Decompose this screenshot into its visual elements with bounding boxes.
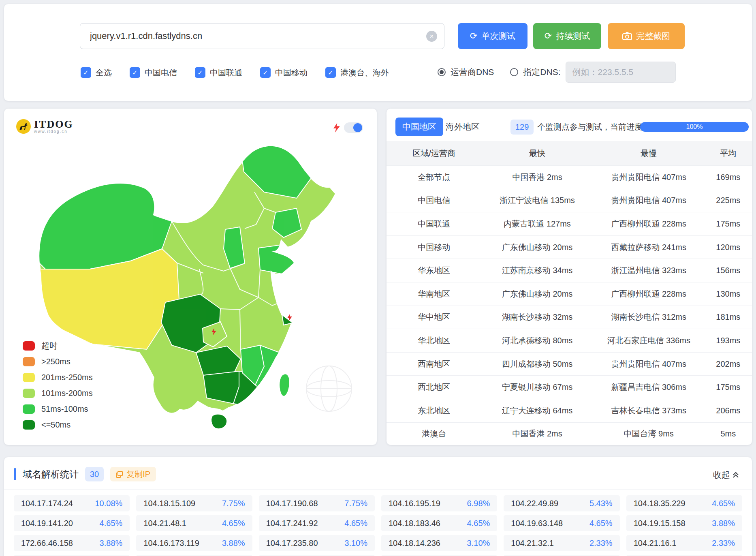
checkbox-hmt-overseas[interactable]: ✓ 港澳台、海外: [325, 67, 389, 78]
table-header: 区域/运营商 最快 最慢 平均: [387, 141, 752, 165]
url-input[interactable]: [80, 23, 444, 49]
dns-stats-card: 域名解析统计 30 复制IP 收起 104.17.174.2410.08% 10…: [4, 457, 752, 556]
carrier-dns-label: 运营商DNS: [451, 66, 494, 78]
legend-item: 101ms-200ms: [23, 385, 93, 401]
copy-icon: [116, 471, 123, 478]
ip-count-badge: 30: [85, 467, 104, 481]
legend-item: 201ms-250ms: [23, 370, 93, 385]
ip-stat-cell: 104.21.48.14.65%: [136, 515, 252, 531]
latency-table: 区域/运营商 最快 最慢 平均 全部节点中国香港 2ms 贵州贵阳电信 407m…: [387, 141, 752, 445]
ip-stat-cell: 104.17.190.687.75%: [259, 495, 375, 511]
legend-item: 51ms-100ms: [23, 401, 93, 417]
table-row: 东北地区辽宁大连移动 64ms 吉林长春电信 373ms206ms: [387, 399, 752, 422]
double-chevron-up-icon: [733, 471, 739, 479]
custom-dns-input[interactable]: [566, 62, 676, 83]
checkbox-select-all[interactable]: ✓ 全选: [81, 67, 112, 78]
progress-bar: 100%: [640, 122, 749, 132]
collapse-button[interactable]: 收起: [713, 469, 739, 481]
ip-stat-cell: 104.18.183.464.65%: [381, 515, 497, 531]
table-row: 西南地区四川成都移动 50ms 贵州贵阳电信 407ms202ms: [387, 352, 752, 376]
continuous-test-button[interactable]: ⟳ 持续测试: [533, 23, 601, 49]
table-row: 华南地区广东佛山移动 20ms 广西柳州联通 228ms130ms: [387, 282, 752, 306]
full-screenshot-button[interactable]: 完整截图: [608, 23, 685, 49]
hainan-region: [211, 414, 227, 429]
ip-stat-cell: 104.19.15.1583.88%: [626, 515, 742, 531]
ip-stat-cell: 104.18.15.1097.75%: [136, 495, 252, 511]
legend-swatch: [23, 389, 35, 398]
checkbox-icon: ✓: [195, 67, 205, 78]
ip-stat-cell: 104.16.195.196.98%: [381, 495, 497, 511]
toolbar-card: × ⟳ 单次测试 ⟳ 持续测试 完整截图 ✓ 全选 ✓ 中国电信 ✓ 中国联通 …: [4, 4, 752, 101]
ip-stat-cell: 104.18.35.2294.65%: [626, 495, 742, 511]
tab-overseas-region[interactable]: 海外地区: [443, 118, 482, 136]
table-row: 华东地区江苏南京移动 34ms 浙江温州电信 323ms156ms: [387, 259, 752, 282]
title-accent-bar: [14, 468, 16, 480]
refresh-icon: ⟳: [470, 32, 477, 41]
legend-item: 超时: [23, 338, 93, 354]
single-test-button[interactable]: ⟳ 单次测试: [458, 23, 527, 49]
checkbox-icon: ✓: [81, 67, 91, 78]
taiwan-region: [279, 374, 290, 396]
legend-item: <=50ms: [23, 417, 93, 433]
ip-stat-cell: 104.19.63.1484.65%: [504, 515, 619, 531]
divider: [4, 490, 752, 490]
ip-stat-cell: 104.22.49.895.43%: [504, 495, 619, 511]
ip-stat-cell: 104.21.32.12.33%: [504, 535, 619, 551]
legend-swatch: [23, 373, 35, 382]
table-row: 中国电信浙江宁波电信 135ms 贵州贵阳电信 407ms225ms: [387, 189, 752, 212]
legend-swatch: [23, 357, 35, 366]
globe-watermark-icon: [306, 366, 352, 411]
table-row: 华北地区河北承德移动 80ms 河北石家庄电信 336ms193ms: [387, 329, 752, 352]
dns-stats-title: 域名解析统计: [23, 468, 79, 481]
isp-checkbox-row: ✓ 全选 ✓ 中国电信 ✓ 中国联通 ✓ 中国移动 ✓ 港澳台、海外: [81, 66, 389, 79]
ip-stat-cell: 104.17.241.924.65%: [259, 515, 375, 531]
tab-china-region[interactable]: 中国地区: [395, 118, 443, 136]
refresh-icon: ⟳: [545, 32, 552, 41]
dns-stats-header: 域名解析统计 30 复制IP: [14, 465, 156, 483]
ip-stat-cell: 104.18.14.2363.10%: [381, 535, 497, 551]
ip-stat-cell: 104.21.16.12.33%: [626, 535, 742, 551]
custom-dns-label: 指定DNS:: [523, 66, 560, 78]
table-row: 港澳台中国香港 2ms 中国台湾 9ms5ms: [387, 422, 752, 446]
monitor-count-badge: 129: [510, 120, 534, 135]
legend-item: >250ms: [23, 354, 93, 370]
table-row: 中国联通内蒙古联通 127ms 广西柳州联通 228ms175ms: [387, 212, 752, 235]
progress-label: 个监测点参与测试，当前进度:: [537, 120, 645, 135]
checkbox-china-mobile[interactable]: ✓ 中国移动: [260, 67, 308, 78]
copy-ip-button[interactable]: 复制IP: [110, 467, 156, 481]
ip-stats-grid: 104.17.174.2410.08% 104.18.15.1097.75% 1…: [14, 495, 742, 556]
table-row: 全部节点中国香港 2ms 贵州贵阳电信 407ms169ms: [387, 165, 752, 189]
checkbox-icon: ✓: [130, 67, 140, 78]
ip-stat-cell: 104.16.173.1193.88%: [136, 535, 252, 551]
checkbox-icon: ✓: [260, 67, 271, 78]
checkbox-icon: ✓: [325, 67, 336, 78]
table-row: 西北地区宁夏银川移动 67ms 新疆昌吉电信 306ms175ms: [387, 375, 752, 399]
ip-stat-cell: 104.19.141.204.65%: [14, 515, 130, 531]
checkbox-china-telecom[interactable]: ✓ 中国电信: [130, 67, 177, 78]
ip-stat-cell: 104.17.235.803.10%: [259, 535, 375, 551]
clear-input-icon[interactable]: ×: [426, 31, 437, 42]
table-row: 中国移动广东佛山移动 20ms 西藏拉萨移动 241ms120ms: [387, 235, 752, 259]
latency-legend: 超时 >250ms 201ms-250ms 101ms-200ms 51ms-1…: [23, 338, 93, 433]
ip-stat-cell: 172.66.46.1583.88%: [14, 535, 130, 551]
results-card: 中国地区 海外地区 129 个监测点参与测试，当前进度: 100% 区域/运营商…: [387, 109, 752, 445]
table-row: 华中地区湖南长沙移动 32ms 湖南长沙电信 312ms181ms: [387, 306, 752, 329]
carrier-dns-radio[interactable]: [438, 68, 446, 76]
camera-icon: [622, 32, 632, 40]
legend-swatch: [23, 404, 35, 414]
legend-swatch: [23, 420, 35, 430]
custom-dns-radio[interactable]: [510, 68, 518, 76]
ip-stat-cell: 104.17.174.2410.08%: [14, 495, 130, 511]
dns-option-row: 运营商DNS 指定DNS:: [438, 61, 676, 83]
legend-swatch: [23, 341, 35, 351]
checkbox-china-unicom[interactable]: ✓ 中国联通: [195, 67, 242, 78]
map-card: ITDOG www.itdog.cn: [4, 109, 377, 445]
